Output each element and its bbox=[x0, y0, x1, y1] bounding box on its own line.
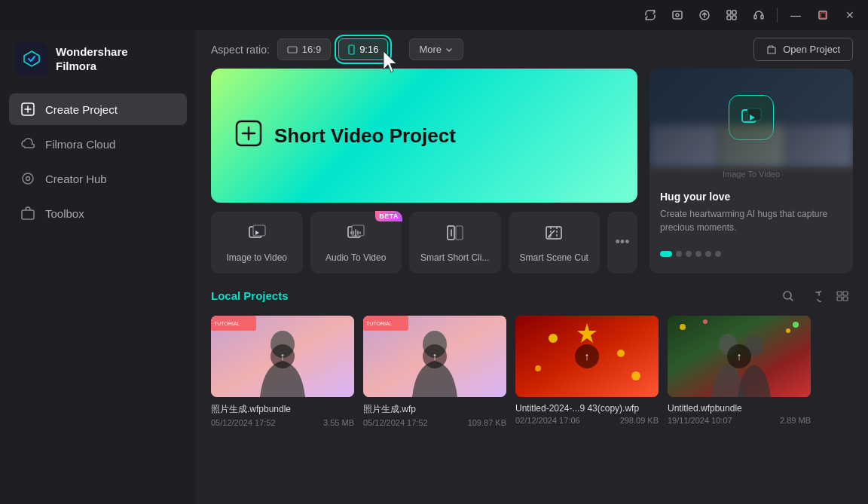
project-size: 298.09 KB bbox=[620, 416, 659, 425]
svg-rect-31 bbox=[843, 292, 848, 295]
dot-1 bbox=[660, 251, 672, 257]
svg-rect-0 bbox=[673, 11, 682, 19]
upload-overlay-icon: ↑ bbox=[270, 344, 295, 368]
project-card[interactable]: TUTORIAL ↑ 照片生成.wfpbundle 05/12/2024 17:… bbox=[211, 316, 354, 427]
promo-icon-label: Image To Video bbox=[649, 166, 853, 180]
sidebar-item-create[interactable]: Create Project bbox=[9, 93, 187, 125]
project-meta: 19/11/2024 10:07 2.89 MB bbox=[668, 416, 811, 425]
svg-point-13 bbox=[23, 173, 33, 184]
svg-rect-5 bbox=[727, 16, 731, 20]
project-meta: 02/12/2024 17:06 298.09 KB bbox=[515, 416, 659, 425]
promo-image-area bbox=[649, 69, 853, 166]
maximize-button[interactable] bbox=[811, 3, 835, 27]
app-logo: Wondershare Filmora bbox=[0, 42, 196, 93]
svg-point-52 bbox=[703, 319, 708, 324]
svg-rect-16 bbox=[288, 47, 297, 53]
svg-rect-8 bbox=[761, 15, 763, 19]
smart-short-clip-card[interactable]: Smart Short Cli... bbox=[409, 212, 501, 273]
svg-point-51 bbox=[680, 324, 686, 330]
svg-rect-30 bbox=[837, 292, 842, 295]
svg-rect-3 bbox=[727, 11, 731, 14]
svg-rect-15 bbox=[22, 210, 34, 219]
upload-icon[interactable] bbox=[692, 3, 717, 27]
sidebar: Wondershare Filmora Create Project bbox=[0, 30, 196, 504]
audio-to-video-card[interactable]: BETA Audio To Video bbox=[310, 212, 402, 273]
upload-overlay-icon: ↑ bbox=[727, 344, 751, 368]
project-size: 2.89 MB bbox=[780, 416, 811, 425]
logo-icon bbox=[15, 42, 48, 75]
more-aspect-button[interactable]: More bbox=[409, 38, 463, 60]
svg-point-43 bbox=[549, 334, 558, 343]
dot-5 bbox=[705, 251, 711, 257]
hub-icon bbox=[20, 170, 36, 187]
hero-card: Short Video Project bbox=[211, 69, 637, 273]
svg-rect-4 bbox=[732, 11, 736, 14]
project-card[interactable]: ↑ Untitled-2024-...9 43(copy).wfp 02/12/… bbox=[515, 316, 659, 427]
promo-description: Create heartwarming AI hugs that capture… bbox=[660, 207, 842, 234]
search-projects-button[interactable] bbox=[778, 286, 799, 307]
svg-point-44 bbox=[617, 350, 625, 357]
main-content: Aspect ratio: 16:9 9:16 bbox=[196, 30, 868, 504]
create-icon bbox=[20, 101, 36, 118]
section-title: Local Projects bbox=[211, 289, 289, 302]
headset-icon[interactable] bbox=[747, 3, 771, 27]
project-name: 照片生成.wfp bbox=[363, 403, 506, 416]
titlebar: — ✕ bbox=[0, 0, 868, 30]
content-area: Short Video Project bbox=[196, 69, 868, 504]
hero-main-button[interactable]: Short Video Project bbox=[211, 69, 637, 203]
audio-to-video-icon bbox=[347, 224, 365, 246]
project-name: Untitled-2024-...9 43(copy).wfp bbox=[515, 403, 659, 414]
project-card[interactable]: ↑ Untitled.wfpbundle 19/11/2024 10:07 2.… bbox=[668, 316, 811, 427]
promo-title: Hug your love bbox=[660, 191, 842, 203]
project-date: 05/12/2024 17:52 bbox=[211, 418, 276, 427]
svg-point-14 bbox=[26, 177, 30, 181]
project-thumbnail: TUTORIAL ↑ bbox=[363, 316, 506, 397]
smart-short-clip-icon bbox=[446, 224, 464, 246]
hero-title: Short Video Project bbox=[274, 124, 456, 148]
aspect-9-16-wrapper: 9:16 bbox=[338, 38, 388, 60]
hero-plus-icon bbox=[235, 120, 262, 152]
titlebar-divider bbox=[777, 8, 778, 23]
upload-overlay-icon: ↑ bbox=[423, 344, 447, 368]
svg-point-46 bbox=[631, 371, 640, 380]
svg-text:TUTORIAL: TUTORIAL bbox=[366, 321, 393, 326]
upload-overlay-icon: ↑ bbox=[575, 344, 599, 368]
aspect-ratio-section: Aspect ratio: 16:9 9:16 bbox=[211, 38, 463, 60]
share-icon[interactable] bbox=[638, 3, 662, 27]
aspect-9-16-button[interactable]: 9:16 bbox=[338, 38, 388, 60]
refresh-projects-button[interactable] bbox=[805, 286, 826, 307]
sidebar-item-cloud[interactable]: Filmora Cloud bbox=[9, 128, 187, 160]
view-toggle-button[interactable] bbox=[832, 286, 853, 307]
sidebar-item-hub[interactable]: Creator Hub bbox=[9, 163, 187, 194]
local-projects-section: Local Projects bbox=[211, 286, 853, 427]
remote-icon[interactable] bbox=[665, 3, 689, 27]
promo-text-area: Hug your love Create heartwarming AI hug… bbox=[649, 180, 853, 245]
beta-badge: BETA bbox=[375, 211, 402, 221]
project-date: 19/11/2024 10:07 bbox=[668, 416, 732, 425]
smart-short-clip-label: Smart Short Cli... bbox=[420, 252, 489, 264]
project-size: 109.87 KB bbox=[468, 418, 506, 427]
sidebar-item-toolbox[interactable]: Toolbox bbox=[9, 197, 187, 229]
close-button[interactable]: ✕ bbox=[838, 3, 862, 27]
dot-2 bbox=[676, 251, 682, 257]
svg-rect-6 bbox=[732, 16, 736, 20]
sub-tools-row: Image to Video BETA bbox=[211, 212, 637, 273]
project-card[interactable]: TUTORIAL ↑ 照片生成.wfp 05/12/2024 17:52 109… bbox=[363, 316, 506, 427]
minimize-button[interactable]: — bbox=[784, 3, 808, 27]
more-tools-button[interactable]: ••• bbox=[607, 212, 637, 273]
dot-3 bbox=[686, 251, 692, 257]
project-meta: 05/12/2024 17:52 3.55 MB bbox=[211, 418, 354, 427]
dot-4 bbox=[695, 251, 701, 257]
section-header: Local Projects bbox=[211, 286, 853, 307]
smart-scene-cut-card[interactable]: Smart Scene Cut bbox=[509, 212, 601, 273]
aspect-16-9-button[interactable]: 16:9 bbox=[277, 38, 331, 60]
svg-rect-28 bbox=[747, 108, 761, 121]
promo-dots bbox=[649, 245, 853, 263]
svg-point-1 bbox=[676, 14, 679, 17]
image-to-video-card[interactable]: Image to Video bbox=[211, 212, 303, 273]
smart-scene-cut-icon bbox=[545, 224, 563, 246]
grid-icon[interactable] bbox=[720, 3, 744, 27]
logo-text: Wondershare Filmora bbox=[56, 44, 128, 74]
section-actions bbox=[778, 286, 853, 307]
open-project-button[interactable]: Open Project bbox=[753, 38, 853, 61]
